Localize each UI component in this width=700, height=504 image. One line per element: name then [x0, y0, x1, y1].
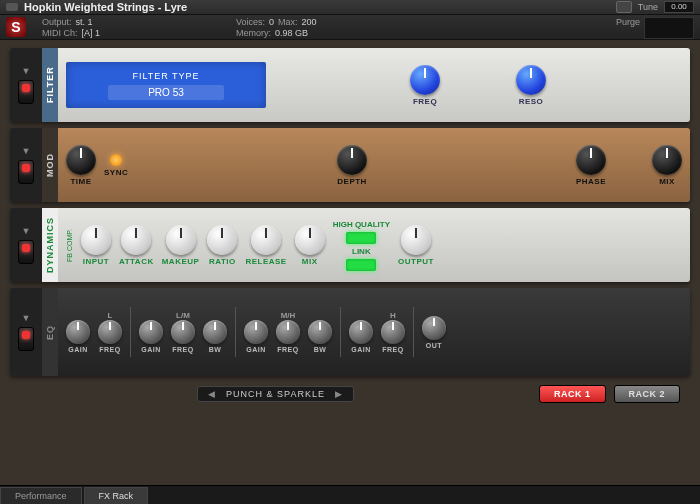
- filter-section-label: FILTER: [42, 48, 58, 122]
- filter-lcd-value: PRO 53: [108, 85, 224, 100]
- drag-handle-icon[interactable]: [6, 3, 18, 11]
- eq-h-label: H: [390, 311, 396, 320]
- chorus-time-knob[interactable]: TIME: [66, 145, 96, 186]
- chorus-sync-button[interactable]: SYNC: [104, 154, 128, 177]
- eq-lm-freq-knob[interactable]: FREQ: [171, 320, 195, 353]
- tab-fx-rack[interactable]: FX Rack: [84, 487, 149, 504]
- dyn-output-knob[interactable]: OUTPUT: [398, 225, 434, 266]
- filter-unit-left: ▼: [10, 48, 42, 122]
- chevron-down-icon[interactable]: ▼: [22, 147, 31, 156]
- chorus-power-switch[interactable]: [18, 160, 34, 184]
- eq-unit: ▼ EQ GAIN L FREQ GAIN L/M FREQ BW: [10, 288, 690, 376]
- chorus-depth-knob[interactable]: DEPTH: [337, 145, 367, 186]
- eq-band-l: GAIN L FREQ: [66, 311, 122, 353]
- vendor-logo-icon: S: [6, 17, 26, 37]
- instrument-title: Hopkin Weighted Strings - Lyre: [24, 1, 187, 13]
- eq-h-gain-knob[interactable]: GAIN: [349, 320, 373, 353]
- purge-button[interactable]: Purge: [616, 17, 640, 27]
- midi-value[interactable]: [A] 1: [82, 28, 101, 38]
- eq-out-knob[interactable]: OUT: [422, 316, 446, 349]
- eq-l-label: L: [108, 311, 113, 320]
- dynamics-unit: ▼ DYNAMICS FB COMP. INPUT ATTACK MAKEUP …: [10, 208, 690, 282]
- link-label: LINK: [352, 247, 371, 256]
- hq-label: HIGH QUALITY: [333, 220, 390, 229]
- filter-lcd-title: FILTER TYPE: [132, 71, 199, 81]
- dyn-input-knob[interactable]: INPUT: [81, 225, 111, 266]
- eq-lm-label: L/M: [176, 311, 190, 320]
- max-label: Max:: [278, 17, 298, 27]
- dyn-attack-knob[interactable]: ATTACK: [119, 225, 154, 266]
- snapshot-icon[interactable]: [616, 1, 632, 13]
- eq-l-gain-knob[interactable]: GAIN: [66, 320, 90, 353]
- title-bar: Hopkin Weighted Strings - Lyre Tune 0.00: [0, 0, 700, 15]
- chevron-down-icon[interactable]: ▼: [22, 227, 31, 236]
- app-window: Hopkin Weighted Strings - Lyre Tune 0.00…: [0, 0, 700, 504]
- rack-area: ▼ FILTER FILTER TYPE PRO 53 FREQ RESO ▼: [0, 40, 700, 485]
- filter-unit: ▼ FILTER FILTER TYPE PRO 53 FREQ RESO: [10, 48, 690, 122]
- preset-name: PUNCH & SPARKLE: [226, 389, 325, 399]
- rack1-button[interactable]: RACK 1: [539, 385, 606, 403]
- preset-selector[interactable]: ◀ PUNCH & SPARKLE ▶: [197, 386, 354, 402]
- preset-prev-icon[interactable]: ◀: [208, 389, 216, 399]
- filter-freq-knob[interactable]: FREQ: [410, 65, 440, 106]
- dyn-makeup-knob[interactable]: MAKEUP: [162, 225, 200, 266]
- chevron-down-icon[interactable]: ▼: [22, 314, 31, 323]
- memory-label: Memory:: [236, 28, 271, 38]
- rack-footer: ◀ PUNCH & SPARKLE ▶ RACK 1 RACK 2: [10, 382, 690, 406]
- hq-led-button[interactable]: [346, 232, 376, 244]
- chorus-section-label: MOD: [42, 128, 58, 202]
- eq-section-label: EQ: [42, 288, 58, 376]
- chorus-phase-knob[interactable]: PHASE: [576, 145, 606, 186]
- link-led-button[interactable]: [346, 259, 376, 271]
- eq-lm-bw-knob[interactable]: BW: [203, 320, 227, 353]
- voices-label: Voices:: [236, 17, 265, 27]
- eq-mh-label: M/H: [281, 311, 296, 320]
- rack2-button[interactable]: RACK 2: [614, 385, 681, 403]
- voices-value: 0: [269, 17, 274, 27]
- info-bar: S Output:st. 1 MIDI Ch:[A] 1 Voices:0Max…: [0, 15, 700, 40]
- eq-lm-gain-knob[interactable]: GAIN: [139, 320, 163, 353]
- dyn-ratio-knob[interactable]: RATIO: [207, 225, 237, 266]
- eq-band-mh: GAIN M/H FREQ BW: [244, 311, 332, 353]
- eq-mh-gain-knob[interactable]: GAIN: [244, 320, 268, 353]
- dynamics-power-switch[interactable]: [18, 240, 34, 264]
- level-meter: [644, 17, 694, 39]
- tab-strip: Performance FX Rack: [0, 485, 700, 504]
- filter-reso-knob[interactable]: RESO: [516, 65, 546, 106]
- chorus-mix-knob[interactable]: MIX: [652, 145, 682, 186]
- eq-band-lm: GAIN L/M FREQ BW: [139, 311, 227, 353]
- preset-next-icon[interactable]: ▶: [335, 389, 343, 399]
- tab-performance[interactable]: Performance: [0, 487, 82, 504]
- chorus-unit: ▼ MOD TIME SYNC DEPTH PHASE MIX: [10, 128, 690, 202]
- tune-label: Tune: [638, 2, 658, 12]
- chorus-unit-left: ▼: [10, 128, 42, 202]
- tune-value[interactable]: 0.00: [664, 1, 694, 13]
- dynamics-unit-left: ▼: [10, 208, 42, 282]
- eq-l-freq-knob[interactable]: FREQ: [98, 320, 122, 353]
- memory-value: 0.98 GB: [275, 28, 308, 38]
- dyn-mix-knob[interactable]: MIX: [295, 225, 325, 266]
- eq-h-freq-knob[interactable]: FREQ: [381, 320, 405, 353]
- chevron-down-icon[interactable]: ▼: [22, 67, 31, 76]
- midi-label: MIDI Ch:: [42, 28, 78, 38]
- eq-band-h: GAIN H FREQ: [349, 311, 405, 353]
- filter-lcd[interactable]: FILTER TYPE PRO 53: [66, 62, 266, 108]
- dyn-options: HIGH QUALITY LINK: [333, 220, 390, 271]
- eq-power-switch[interactable]: [18, 327, 34, 351]
- eq-unit-left: ▼: [10, 288, 42, 376]
- output-value[interactable]: st. 1: [76, 17, 93, 27]
- dynamics-subsection: FB COMP.: [66, 229, 73, 262]
- filter-power-switch[interactable]: [18, 80, 34, 104]
- eq-mh-freq-knob[interactable]: FREQ: [276, 320, 300, 353]
- dyn-release-knob[interactable]: RELEASE: [245, 225, 286, 266]
- eq-mh-bw-knob[interactable]: BW: [308, 320, 332, 353]
- max-value[interactable]: 200: [302, 17, 317, 27]
- dynamics-section-label: DYNAMICS: [42, 208, 58, 282]
- output-label: Output:: [42, 17, 72, 27]
